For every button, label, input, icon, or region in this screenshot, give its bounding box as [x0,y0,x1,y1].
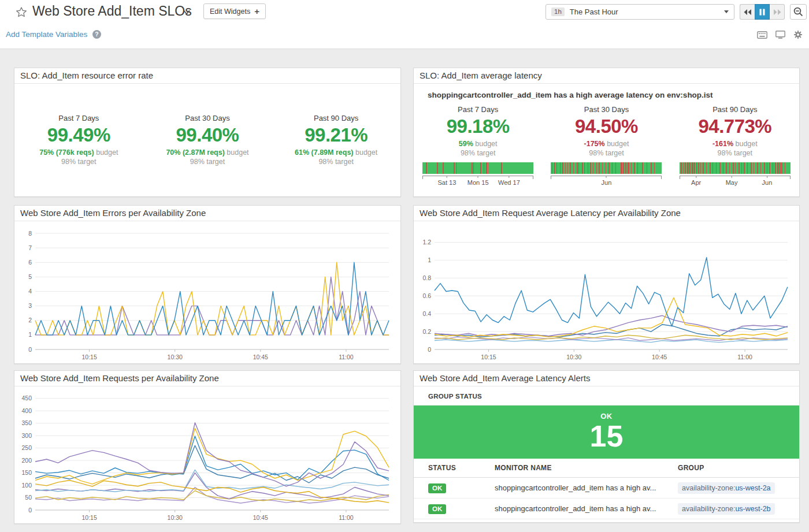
svg-text:450: 450 [21,395,32,401]
monitor-subtitle: shoppingcartcontroller_add_item has a hi… [414,84,799,101]
widget-title[interactable]: Web Store Add_Item Average Latency Alert… [414,371,799,386]
svg-text:10:30: 10:30 [168,514,183,521]
widget-title[interactable]: SLO: Add_Item resource error rate [14,68,400,84]
widget-latency-per-az: Web Store Add_Item Request Average Laten… [413,205,800,364]
svg-text:11:00: 11:00 [339,514,354,521]
status-badge: OK [428,504,446,515]
slo-history-axis: AprMayJun [680,176,791,187]
fast-forward-icon [773,9,781,16]
svg-text:8: 8 [28,230,32,237]
slo-budget: -161% budget [673,140,797,148]
slo-period-label: Past 90 Days [673,105,797,114]
svg-text:11:00: 11:00 [339,354,354,360]
svg-text:0: 0 [28,507,32,514]
slo-period-label: Past 30 Days [544,105,669,114]
widget-latency-alerts: Web Store Add_Item Average Latency Alert… [413,370,800,523]
svg-text:10:15: 10:15 [481,354,496,360]
table-row[interactable]: OK shoppingcartcontroller_add_item has a… [414,478,799,498]
svg-text:3: 3 [28,302,32,309]
slo-target: 98% target [145,158,269,166]
column-header-monitor-name: MONITOR NAME [495,464,678,472]
add-template-variables-link[interactable]: Add Template Variables [6,30,87,39]
svg-text:1: 1 [28,331,32,338]
page-title: Web Store Add_Item SLOs [32,3,192,19]
monitor-name-link[interactable]: shoppingcartcontroller_add_item has a hi… [495,483,678,492]
svg-text:200: 200 [21,457,32,464]
svg-text:6: 6 [28,259,32,266]
svg-text:10:45: 10:45 [652,354,667,360]
favorite-star-icon[interactable] [15,6,28,18]
column-header-status: STATUS [428,464,495,472]
slo-period-label: Past 30 Days [145,114,269,122]
slo-history-axis: Sat 13Mon 15Wed 17 [422,176,533,187]
rewind-button[interactable] [740,4,755,20]
alerts-table-header: STATUS MONITOR NAME GROUP [414,459,799,478]
plus-icon: + [254,7,259,16]
edit-widgets-button[interactable]: Edit Widgets + [203,3,266,19]
zoom-out-button[interactable] [790,4,807,20]
svg-text:7: 7 [28,244,32,251]
slo-value: 94.773% [673,117,797,137]
group-tag[interactable]: availability-zone:us-west-2a [678,482,775,494]
slo-budget: 70% (2.87M reqs) budget [145,148,269,157]
pause-button[interactable] [755,4,770,20]
dashboard-header: Web Store Add_Item SLOs Edit Widgets + 1… [0,0,809,49]
time-range-label: The Past Hour [570,8,719,16]
widget-slo-average-latency: SLO: Add_Item average latency shoppingca… [413,68,800,197]
edit-widgets-label: Edit Widgets [210,8,250,16]
svg-text:10:30: 10:30 [168,354,183,360]
svg-text:11:00: 11:00 [737,354,752,360]
svg-text:10:45: 10:45 [253,354,268,360]
widget-title[interactable]: Web Store Add_Item Request Average Laten… [414,206,799,221]
time-range-badge: 1h [551,8,565,17]
column-header-group: GROUP [678,464,799,472]
slo-column-90d: Past 90 Days 94.773% -161% budget 98% ta… [673,105,797,187]
chevron-down-icon[interactable] [183,9,191,15]
chevron-down-icon [724,10,729,13]
time-range-picker[interactable]: 1h The Past Hour [545,4,734,20]
widget-title[interactable]: Web Store Add_Item Requests per Availabi… [14,371,400,386]
tv-mode-icon[interactable] [775,30,785,39]
group-status-summary[interactable]: OK 15 [414,405,799,459]
slo-value: 94.50% [544,117,669,137]
svg-text:0: 0 [28,346,32,353]
widget-title[interactable]: Web Store Add_Item Errors per Availabili… [14,206,400,221]
slo-target: 98% target [544,149,669,157]
svg-text:300: 300 [21,432,32,439]
fast-forward-button[interactable] [770,4,785,20]
svg-text:5: 5 [28,273,32,280]
svg-text:100: 100 [21,482,32,489]
svg-text:0: 0 [428,346,431,353]
slo-target: 98% target [274,158,398,166]
slo-target: 98% target [17,158,141,166]
group-status-count: 15 [414,421,799,452]
slo-value: 99.40% [145,125,269,146]
slo-column-30d: Past 30 Days 94.50% -175% budget 98% tar… [544,105,669,187]
latency-line-chart[interactable]: 00.20.40.60.811.210:1510:3010:4511:00 [414,224,799,362]
slo-history-bar [680,162,791,174]
slo-history-axis: Jun [551,176,662,187]
svg-text:400: 400 [21,407,32,414]
svg-text:250: 250 [21,444,32,451]
slo-budget: 59% budget [416,140,540,148]
zoom-out-icon [793,7,803,17]
svg-text:10:15: 10:15 [81,354,97,360]
widget-title[interactable]: SLO: Add_Item average latency [414,68,799,84]
svg-text:10:30: 10:30 [566,354,581,360]
slo-value: 99.49% [17,125,141,146]
slo-column-30d: Past 30 Days 99.40% 70% (2.87M reqs) bud… [145,114,269,166]
svg-text:0.2: 0.2 [422,328,431,335]
help-icon[interactable]: ? [92,30,101,39]
svg-text:2: 2 [28,317,32,323]
group-tag[interactable]: availability-zone:us-west-2b [678,503,775,515]
gear-icon[interactable] [793,30,803,39]
svg-text:350: 350 [21,419,32,426]
table-row[interactable]: OK shoppingcartcontroller_add_item has a… [414,498,799,519]
monitor-name-link[interactable]: shoppingcartcontroller_add_item has a hi… [495,504,678,513]
widget-slo-error-rate: SLO: Add_Item resource error rate Past 7… [14,68,401,197]
slo-value: 99.18% [416,117,540,137]
requests-line-chart[interactable]: 05010015020025030035040045010:1510:3010:… [14,389,400,523]
keyboard-shortcuts-icon[interactable] [757,30,767,39]
errors-line-chart[interactable]: 01234567810:1510:3010:4511:00 [14,224,400,362]
slo-value: 99.21% [274,125,398,146]
